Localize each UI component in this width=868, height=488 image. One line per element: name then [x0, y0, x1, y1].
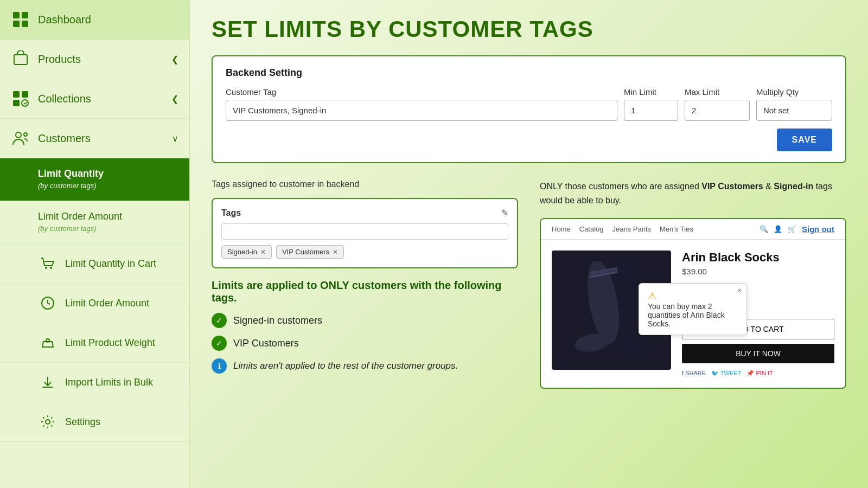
- tag-chip-vip: VIP Customers ✕: [276, 245, 344, 259]
- main-content: SET LIMITS BY CUSTOMER TAGS Backend Sett…: [190, 0, 868, 488]
- sidebar-item-import-limits[interactable]: Import Limits in Bulk: [0, 363, 189, 402]
- form-row: Customer Tag Min Limit Max Limit Multipl…: [226, 87, 832, 121]
- bold-signed-in: Signed-in: [774, 182, 813, 191]
- limit-order-amount-label: Limit Order Amount: [65, 298, 149, 309]
- preview-nav: Home Catalog Jeans Pants Men's Ties 🔍 👤 …: [541, 219, 845, 240]
- pinterest-pin[interactable]: 📌 PIN IT: [746, 370, 773, 377]
- list-item-vip: ✓ VIP Customers: [212, 336, 518, 351]
- tooltip-box: ✕ ⚠ You can buy max 2 quantities of Arin…: [639, 283, 747, 335]
- multiply-qty-input[interactable]: [756, 100, 832, 121]
- buy-now-button[interactable]: BUY IT NOW: [682, 344, 834, 363]
- list-label: Signed-in customers: [233, 315, 322, 326]
- tags-search-input[interactable]: [221, 223, 508, 240]
- svg-rect-4: [14, 55, 27, 65]
- chevron-left-icon: ❮: [171, 54, 178, 65]
- sidebar-item-settings[interactable]: Settings: [0, 402, 189, 442]
- svg-point-12: [50, 267, 52, 269]
- sidebar-item-dashboard[interactable]: Dashboard: [0, 0, 189, 40]
- active-item-label: Limit Quantity(by customer tags): [38, 168, 104, 191]
- svg-rect-3: [22, 21, 28, 27]
- save-button[interactable]: SAVE: [777, 129, 832, 151]
- sidebar-item-label: Collections: [38, 93, 91, 105]
- tag-remove-vip[interactable]: ✕: [333, 248, 338, 256]
- sidebar: Dashboard Products ❮ Collections ❮: [0, 0, 190, 488]
- bold-vip: VIP Customers: [701, 182, 763, 191]
- import-icon: [38, 373, 58, 392]
- svg-point-14: [46, 339, 49, 342]
- twitter-tweet[interactable]: 🐦 TWEET: [711, 370, 741, 377]
- nav-mens-ties: Men's Ties: [660, 225, 693, 233]
- nav-icons: 🔍 👤 🛒 Sign out: [760, 224, 834, 234]
- customer-tag-input[interactable]: [226, 100, 617, 121]
- settings-label: Settings: [65, 416, 100, 428]
- check-icon-signed-in: ✓: [212, 313, 227, 328]
- nav-jeans: Jeans Pants: [612, 225, 652, 233]
- sidebar-item-limit-quantity[interactable]: Limit Quantity(by customer tags): [0, 158, 189, 201]
- tags-box: Tags ✎ Signed-in ✕ VIP Customers ✕: [212, 198, 518, 268]
- nav-home: Home: [552, 225, 571, 233]
- tags-box-header: Tags ✎: [221, 208, 508, 218]
- sidebar-item-limit-order-tags[interactable]: Limit Order Amount(by customer tags): [0, 201, 189, 244]
- tags-box-title: Tags: [221, 208, 241, 218]
- tooltip-close[interactable]: ✕: [737, 287, 742, 294]
- sign-out-link[interactable]: Sign out: [802, 224, 834, 234]
- products-icon: [11, 49, 30, 69]
- sidebar-item-products[interactable]: Products ❮: [0, 40, 189, 79]
- save-row: SAVE: [226, 129, 832, 151]
- svg-rect-6: [22, 91, 28, 98]
- order-amount-icon: [38, 293, 58, 313]
- sidebar-item-collections[interactable]: Collections ❮: [0, 79, 189, 119]
- sidebar-item-customers[interactable]: Customers ∨: [0, 119, 189, 158]
- max-limit-input[interactable]: [685, 100, 750, 121]
- check-list: ✓ Signed-in customers ✓ VIP Customers ℹ …: [212, 313, 518, 374]
- backend-setting-card: Backend Setting Customer Tag Min Limit M…: [212, 55, 846, 163]
- max-limit-col: Max Limit: [685, 87, 750, 121]
- sidebar-item-label: Customers: [38, 132, 91, 145]
- svg-rect-7: [13, 100, 20, 106]
- sidebar-item-label: Products: [38, 53, 81, 66]
- info-text: Limits aren't applied to the rest of the…: [233, 361, 458, 371]
- min-limit-col: Min Limit: [624, 87, 678, 121]
- warning-icon: ⚠: [648, 290, 656, 302]
- nav-catalog: Catalog: [579, 225, 604, 233]
- product-price: $39.00: [682, 267, 834, 276]
- preview-info: Arin Black Socks $39.00 Quantity ✕ ⚠ You…: [671, 251, 834, 377]
- chevron-left-icon2: ❮: [171, 94, 178, 104]
- limit-product-weight-label: Limit Product Weight: [65, 337, 155, 349]
- svg-rect-1: [22, 12, 28, 18]
- dashboard-icon: [11, 10, 30, 29]
- chevron-down-icon: ∨: [172, 133, 178, 144]
- svg-rect-15: [42, 387, 53, 388]
- right-column: ONLY those customers who are assigned VI…: [540, 179, 846, 389]
- list-item-info: ℹ Limits aren't applied to the rest of t…: [212, 358, 518, 374]
- min-limit-input[interactable]: [624, 100, 678, 121]
- tags-edit-icon[interactable]: ✎: [501, 208, 508, 218]
- search-icon[interactable]: 🔍: [760, 225, 768, 233]
- page-title: SET LIMITS BY CUSTOMER TAGS: [212, 16, 846, 42]
- sidebar-item-limit-quantity-cart[interactable]: Limit Quantity in Cart: [0, 244, 189, 284]
- weight-icon: [38, 333, 58, 352]
- cart-icon-nav[interactable]: 🛒: [788, 225, 796, 233]
- import-limits-label: Import Limits in Bulk: [65, 377, 153, 388]
- cart-icon: [38, 254, 58, 273]
- preview-body: Arin Black Socks $39.00 Quantity ✕ ⚠ You…: [541, 240, 845, 388]
- customer-tag-col: Customer Tag: [226, 87, 617, 121]
- left-desc: Tags assigned to customer in backend: [212, 179, 518, 189]
- left-column: Tags assigned to customer in backend Tag…: [212, 179, 518, 389]
- facebook-share[interactable]: f SHARE: [682, 370, 706, 377]
- info-icon: ℹ: [212, 358, 227, 374]
- person-icon[interactable]: 👤: [774, 225, 782, 233]
- tags-list: Signed-in ✕ VIP Customers ✕: [221, 245, 508, 259]
- svg-point-16: [46, 420, 50, 424]
- customers-icon: [11, 129, 30, 148]
- sidebar-item-limit-product-weight[interactable]: Limit Product Weight: [0, 323, 189, 363]
- svg-rect-2: [13, 21, 20, 27]
- limit-qty-cart-label: Limit Quantity in Cart: [65, 258, 156, 269]
- sidebar-item-limit-order-amount[interactable]: Limit Order Amount: [0, 284, 189, 323]
- settings-icon: [38, 412, 58, 432]
- card-title: Backend Setting: [226, 67, 832, 79]
- list-item-signed-in: ✓ Signed-in customers: [212, 313, 518, 328]
- two-col-section: Tags assigned to customer in backend Tag…: [212, 179, 846, 389]
- tag-remove-signed-in[interactable]: ✕: [260, 248, 266, 256]
- social-row: f SHARE 🐦 TWEET 📌 PIN IT: [682, 370, 834, 377]
